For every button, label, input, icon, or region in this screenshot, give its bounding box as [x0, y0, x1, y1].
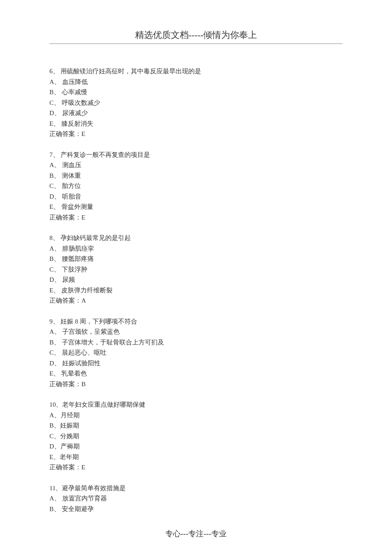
page-container: 精选优质文档-----倾情为你奉上 6、 用硫酸镁治疗妊高征时，其中毒反应最早出…: [0, 0, 392, 514]
question-text: 8、 孕妇缺钙最常见的是引起: [49, 233, 343, 243]
option: C、 下肢浮肿: [49, 264, 343, 275]
header-underline: [49, 43, 343, 44]
option: C、 呼吸次数减少: [49, 98, 343, 108]
option: A、 测血压: [49, 160, 343, 171]
question-block: 7、 产科复诊一般不再复查的项目是 A、 测血压 B、 测体重 C、 胎方位 D…: [49, 150, 343, 223]
option: D、产褥期: [49, 441, 343, 452]
option: B、 安全期避孕: [49, 504, 343, 515]
question-text: 9、 妊娠 8 周，下列哪项不符合: [49, 316, 343, 327]
option: C、分娩期: [49, 431, 343, 442]
option: D、 尿液减少: [49, 108, 343, 119]
option: B、 腰骶部疼痛: [49, 254, 343, 264]
question-block: 9、 妊娠 8 周，下列哪项不符合 A、 子宫颈软，呈紫蓝色 B、 子宫体增大，…: [49, 316, 343, 390]
option: C、 胎方位: [49, 181, 343, 191]
answer: 正确答案：E: [49, 462, 343, 473]
option: A、月经期: [49, 410, 343, 421]
option: E、 皮肤弹力纤维断裂: [49, 285, 343, 296]
question-block: 8、 孕妇缺钙最常见的是引起 A、 腓肠肌痉挛 B、 腰骶部疼痛 C、 下肢浮肿…: [49, 233, 343, 306]
option: B、 测体重: [49, 171, 343, 181]
question-block: 10、老年妇女应重点做好哪期保健 A、月经期 B、妊娠期 C、分娩期 D、产褥期…: [49, 399, 343, 473]
option: A、 放置宫内节育器: [49, 493, 343, 504]
option: E、 膝反射消失: [49, 119, 343, 129]
content-area: 6、 用硫酸镁治疗妊高征时，其中毒反应最早出现的是 A、 血压降低 B、 心率减…: [49, 66, 343, 514]
option: A、 子宫颈软，呈紫蓝色: [49, 327, 343, 337]
question-block: 6、 用硫酸镁治疗妊高征时，其中毒反应最早出现的是 A、 血压降低 B、 心率减…: [49, 66, 343, 139]
option: A、 血压降低: [49, 77, 343, 87]
answer: 正确答案：E: [49, 129, 343, 139]
answer: 正确答案：A: [49, 295, 343, 306]
option: D、 妊娠试验阳性: [49, 358, 343, 369]
question-block: 11、避孕最简单有效措施是 A、 放置宫内节育器 B、 安全期避孕: [49, 483, 343, 515]
option: C、 晨起恶心、呕吐: [49, 347, 343, 358]
option: E、 乳晕着色: [49, 368, 343, 379]
answer: 正确答案：E: [49, 212, 343, 223]
question-text: 11、避孕最简单有效措施是: [49, 483, 343, 494]
option: B、 心率减慢: [49, 87, 343, 98]
option: D、 听胎音: [49, 191, 343, 202]
question-text: 7、 产科复诊一般不再复查的项目是: [49, 150, 343, 160]
option: B、 子宫体增大，于耻骨联合上方可扪及: [49, 337, 343, 348]
option: B、妊娠期: [49, 420, 343, 431]
page-footer: 专心---专注---专业: [0, 529, 392, 539]
option: E、老年期: [49, 452, 343, 462]
option: E、 骨盆外测量: [49, 202, 343, 212]
option: D、 尿频: [49, 275, 343, 285]
question-text: 6、 用硫酸镁治疗妊高征时，其中毒反应最早出现的是: [49, 66, 343, 77]
answer: 正确答案：B: [49, 379, 343, 390]
page-header: 精选优质文档-----倾情为你奉上: [49, 29, 343, 41]
question-text: 10、老年妇女应重点做好哪期保健: [49, 399, 343, 410]
option: A、 腓肠肌痉挛: [49, 243, 343, 254]
